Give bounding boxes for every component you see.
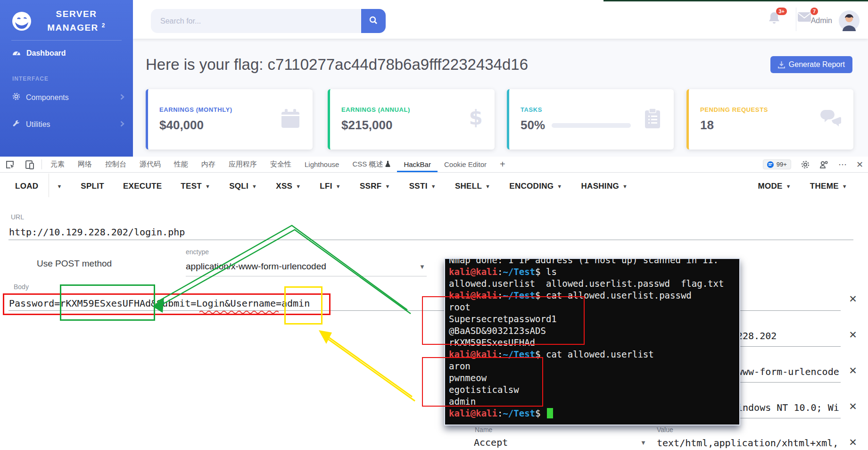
- devtools-tab-label: CSS 概述: [352, 160, 383, 169]
- devtools-tab-hackbar[interactable]: HackBar: [397, 157, 438, 172]
- header-row-value-partial[interactable]: www-form-urlencode: [737, 366, 843, 377]
- card-pending-requests[interactable]: PENDING REQUESTS18: [686, 89, 853, 150]
- card-label: EARNINGS (ANNUAL): [341, 106, 410, 113]
- devtools-tab-css-概述[interactable]: CSS 概述: [346, 157, 397, 172]
- terminal-output-line: rKXM59ESxesUFHAd: [449, 337, 739, 349]
- devtools-tab-lighthouse[interactable]: Lighthouse: [298, 157, 346, 172]
- sidebar-item-utilities[interactable]: Utilities: [0, 111, 133, 138]
- menu-item-shell[interactable]: SHELL▼: [455, 182, 490, 191]
- header-row-value-partial[interactable]: indows NT 10.0; Wi: [737, 402, 843, 413]
- card-earnings-annual-[interactable]: EARNINGS (ANNUAL)$215,000$: [328, 89, 495, 150]
- devtools-close-button[interactable]: ✕: [856, 159, 863, 170]
- url-label: URL: [11, 213, 24, 221]
- search-icon: [369, 16, 378, 25]
- devtools-tab-安全性[interactable]: 安全性: [264, 157, 298, 172]
- search-input[interactable]: [151, 9, 361, 33]
- alerts-button[interactable]: 3+: [768, 11, 780, 26]
- devtools-tab-label: 应用程序: [229, 160, 257, 169]
- prompt-symbol: $: [535, 349, 546, 359]
- header-row-delete-button[interactable]: ✕: [847, 401, 859, 412]
- devtools-tab-cookie-editor[interactable]: Cookie Editor: [438, 157, 493, 172]
- load-caret-button[interactable]: ▼: [57, 183, 62, 189]
- inspect-element-button[interactable]: [0, 157, 20, 172]
- enctype-underline: [186, 276, 427, 276]
- menu-item-xss[interactable]: XSS▼: [276, 182, 301, 191]
- devtools-new-tab-button[interactable]: +: [493, 157, 512, 172]
- enctype-select[interactable]: application/x-www-form-urlencoded: [186, 261, 326, 272]
- caret-down-icon: ▼: [485, 183, 490, 189]
- devtools-tab-控制台[interactable]: 控制台: [99, 157, 133, 172]
- devtools-tab-应用程序[interactable]: 应用程序: [222, 157, 264, 172]
- card-earnings-monthly-[interactable]: EARNINGS (MONTHLY)$40,000: [146, 89, 313, 150]
- header-row-delete-button[interactable]: ✕: [847, 365, 859, 376]
- generate-report-button[interactable]: Generate Report: [770, 56, 852, 73]
- devtools-more-menu-button[interactable]: ⋯: [838, 159, 847, 170]
- terminal-output-line: @BaASD&9032123sADS: [449, 325, 739, 337]
- post-method-label: Use POST method: [37, 258, 112, 269]
- comments-icon: [819, 109, 841, 130]
- menu-item-test[interactable]: TEST▼: [181, 182, 210, 191]
- menu-item-execute[interactable]: EXECUTE: [123, 182, 162, 191]
- header-row-value-partial[interactable]: 228.202: [737, 330, 843, 342]
- messages-button[interactable]: 7: [797, 11, 811, 26]
- devtools-profiles-icon[interactable]: [819, 160, 829, 169]
- enctype-label: enctype: [186, 248, 209, 256]
- card-value: 50%: [521, 118, 545, 133]
- prompt-user: kali@kali: [449, 349, 497, 359]
- flask-icon: [385, 160, 390, 168]
- device-toolbar-button[interactable]: [20, 157, 40, 172]
- menu-item-load[interactable]: LOAD: [15, 182, 38, 191]
- terminal-command: cat allowed.userlist: [546, 349, 654, 359]
- sidebar-item-components[interactable]: Components: [0, 84, 133, 111]
- prompt-separator: :: [497, 408, 503, 418]
- download-icon: [778, 61, 785, 68]
- header-row-delete-button[interactable]: ✕: [847, 329, 859, 341]
- prompt-user: kali@kali: [449, 290, 497, 300]
- sidebar: SERVER MANAGER 2 Dashboard INTERFACE Com…: [0, 0, 133, 157]
- console-messages-badge[interactable]: 99+: [763, 159, 791, 169]
- card-value: $215,000: [341, 118, 410, 133]
- prompt-separator: :: [497, 349, 503, 359]
- kali-terminal-window[interactable]: Nmap done: 1 IP address (1 host up) scan…: [444, 258, 740, 425]
- menu-item-theme[interactable]: THEME▼: [810, 182, 847, 191]
- menu-item-mode[interactable]: MODE▼: [758, 182, 791, 191]
- header-name-caret-icon[interactable]: ▼: [640, 439, 646, 446]
- terminal-output-line: root: [449, 301, 739, 313]
- devtools-tab-源代码[interactable]: 源代码: [133, 157, 167, 172]
- generate-report-label: Generate Report: [789, 60, 845, 69]
- menu-item-ssti[interactable]: SSTI▼: [409, 182, 436, 191]
- prompt-path: ~/Test: [503, 349, 535, 359]
- menu-item-ssrf[interactable]: SSRF▼: [360, 182, 390, 191]
- devtools-tab-性能[interactable]: 性能: [167, 157, 195, 172]
- caret-down-icon: ▼: [557, 183, 562, 189]
- menu-item-sqli[interactable]: SQLI▼: [229, 182, 257, 191]
- terminal-output-line: pwnmeow: [449, 372, 739, 384]
- menu-item-lfi[interactable]: LFI▼: [320, 182, 341, 191]
- card-label: EARNINGS (MONTHLY): [159, 106, 232, 113]
- header-accept-value[interactable]: text/html,application/xhtml+xml,: [657, 437, 845, 449]
- url-input[interactable]: http://10.129.228.202/login.php: [9, 226, 185, 238]
- menu-item-hashing[interactable]: HASHING▼: [581, 182, 628, 191]
- devtools-settings-gear-icon[interactable]: [801, 160, 810, 169]
- header-row-delete-button[interactable]: ✕: [847, 437, 859, 448]
- headers-value-column-header: Value: [657, 426, 673, 433]
- chevron-right-icon: [120, 120, 124, 129]
- devtools-tab-label: HackBar: [404, 160, 431, 168]
- devtools-tab-网络[interactable]: 网络: [71, 157, 99, 172]
- devtools-tab-元素[interactable]: 元素: [44, 157, 71, 172]
- menu-item-split[interactable]: SPLIT: [81, 182, 104, 191]
- prompt-symbol: $: [535, 267, 546, 277]
- sidebar-item-dashboard[interactable]: Dashboard: [0, 41, 133, 66]
- menu-item-encoding[interactable]: ENCODING▼: [509, 182, 562, 191]
- user-menu[interactable]: Admin: [811, 10, 860, 31]
- brand[interactable]: SERVER MANAGER 2: [0, 0, 133, 39]
- chevron-right-icon: [120, 93, 124, 102]
- prompt-user: kali@kali: [449, 408, 497, 418]
- card-tasks[interactable]: TASKS50%: [507, 89, 674, 150]
- header-row-delete-button[interactable]: ✕: [847, 293, 859, 305]
- devtools-tab-内存[interactable]: 内存: [195, 157, 222, 172]
- header-accept-name[interactable]: Accept: [474, 437, 508, 448]
- enctype-caret-icon[interactable]: ▼: [419, 263, 425, 270]
- body-input[interactable]: Password=rKXM59ESxesUFHAd&Submit=Login&U…: [9, 298, 310, 309]
- search-button[interactable]: [361, 9, 386, 33]
